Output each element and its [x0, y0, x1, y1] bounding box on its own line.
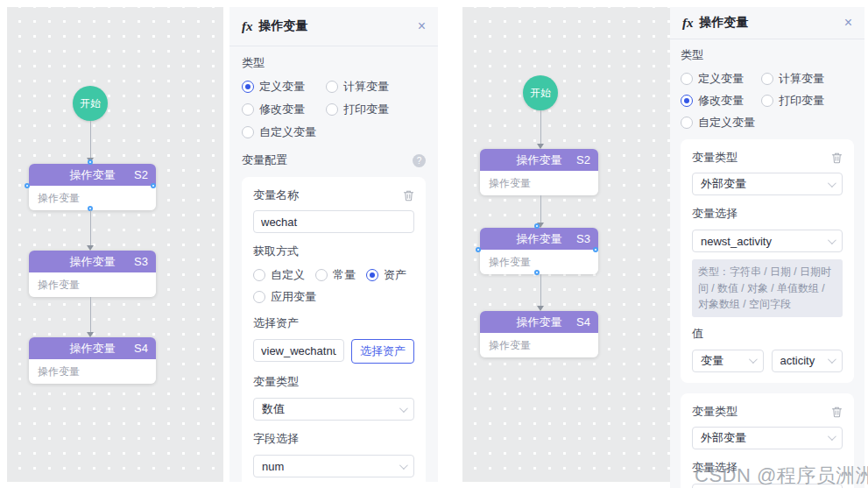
flow-node-tag: S3	[134, 251, 148, 272]
trash-icon[interactable]	[403, 189, 414, 202]
field-select[interactable]: num	[253, 455, 414, 477]
radio-icon	[242, 81, 254, 93]
name-label: 变量名称	[253, 187, 299, 203]
port-right[interactable]	[151, 183, 156, 188]
vartype-label: 变量类型	[253, 374, 414, 390]
start-node[interactable]: 开始	[73, 86, 108, 121]
radio-modify-variable[interactable]: 修改变量	[242, 102, 326, 117]
type-label: 类型	[681, 47, 854, 63]
select-value: 变量	[701, 353, 749, 369]
type-radio-group: 定义变量 计算变量 修改变量 打印变量 自定义变量	[681, 71, 854, 131]
radio-compute-variable[interactable]: 计算变量	[761, 71, 854, 87]
radio-custom[interactable]: 自定义	[253, 267, 305, 283]
radio-print-variable[interactable]: 打印变量	[761, 93, 854, 109]
flow-node-header: 操作变量 S4	[480, 311, 598, 333]
vartype-select[interactable]: 数值	[253, 398, 414, 421]
port-right[interactable]	[593, 247, 598, 252]
chevron-down-icon	[828, 179, 836, 187]
flow-edge	[90, 297, 91, 332]
properties-panel-left: fx 操作变量 × 类型 定义变量 计算变量 修改变量	[229, 7, 438, 482]
type-radio-group: 定义变量 计算变量 修改变量 打印变量 自定义变量	[242, 79, 426, 140]
radio-icon	[253, 291, 265, 303]
vartype-select[interactable]: 外部变量	[692, 427, 843, 449]
radio-icon	[681, 117, 693, 129]
port-top[interactable]	[534, 223, 540, 229]
flow-node-s2[interactable]: 操作变量 S2 操作变量	[29, 164, 156, 210]
fx-icon: fx	[242, 19, 253, 34]
radio-icon	[761, 95, 773, 107]
type-hint: 类型：字符串 / 日期 / 日期时间 / 数值 / 对象 / 单值数组 / 对象…	[692, 259, 843, 317]
panel-header: fx 操作变量 ×	[670, 7, 864, 39]
radio-custom-variable[interactable]: 自定义变量	[681, 115, 761, 131]
flow-node-s3[interactable]: 操作变量 S3 操作变量	[480, 228, 598, 274]
radio-custom-variable[interactable]: 自定义变量	[242, 124, 326, 140]
close-icon[interactable]: ×	[844, 16, 852, 30]
flow-node-tag: S3	[576, 228, 590, 250]
radio-define-variable[interactable]: 定义变量	[242, 79, 326, 95]
flow-node-s4[interactable]: 操作变量 S4 操作变量	[480, 311, 598, 357]
asset-input[interactable]	[253, 339, 344, 362]
radio-icon	[242, 126, 254, 138]
radio-icon	[681, 73, 693, 85]
help-icon[interactable]: ?	[413, 154, 426, 167]
flow-node-header: 操作变量 S2	[29, 164, 156, 186]
radio-modify-variable[interactable]: 修改变量	[681, 93, 761, 109]
close-icon[interactable]: ×	[418, 19, 426, 33]
radio-define-variable[interactable]: 定义变量	[681, 71, 761, 87]
flow-node-title: 操作变量	[70, 254, 116, 270]
radio-icon	[366, 269, 378, 281]
trash-icon[interactable]	[831, 152, 843, 164]
properties-panel-right: fx 操作变量 × 类型 定义变量 计算变量 修改变量	[670, 7, 864, 488]
radio-icon	[326, 103, 338, 116]
asset-label: 选择资产	[253, 315, 414, 331]
vartype-select[interactable]: 外部变量	[692, 173, 843, 195]
radio-app-variable[interactable]: 应用变量	[253, 289, 414, 305]
value-variable-select[interactable]: acticity	[772, 350, 843, 372]
radio-label: 计算变量	[779, 71, 824, 87]
port-bottom[interactable]	[534, 270, 540, 275]
radio-label: 定义变量	[259, 79, 305, 95]
flow-node-title: 操作变量	[517, 315, 562, 330]
flow-canvas-left[interactable]: 开始 操作变量 S2 操作变量 操作变量 S3 操作变量	[7, 7, 223, 482]
radio-icon	[315, 269, 328, 281]
trash-icon[interactable]	[831, 406, 843, 418]
variable-select-label: 变量选择	[692, 206, 843, 222]
value-kind-select[interactable]: 变量	[692, 350, 764, 372]
flow-node-s2[interactable]: 操作变量 S2 操作变量	[480, 149, 598, 195]
flow-edge	[540, 274, 541, 306]
variable-select[interactable]: newst_activity	[692, 230, 843, 252]
radio-asset[interactable]: 资产	[366, 267, 406, 283]
flow-node-header: 操作变量 S4	[29, 337, 156, 359]
flow-node-title: 操作变量	[70, 341, 116, 357]
value-label: 值	[692, 326, 843, 342]
page: 开始 操作变量 S2 操作变量 操作变量 S3 操作变量	[0, 0, 868, 495]
radio-label: 资产	[384, 267, 406, 283]
select-asset-button[interactable]: 选择资产	[351, 339, 414, 364]
port-left[interactable]	[25, 183, 30, 188]
flow-node-tag: S4	[576, 311, 590, 333]
flow-node-s4[interactable]: 操作变量 S4 操作变量	[29, 337, 156, 384]
variable-name-input[interactable]	[253, 210, 414, 233]
select-value: 外部变量	[701, 176, 828, 192]
start-node-label: 开始	[80, 96, 101, 111]
flow-node-header: 操作变量 S3	[29, 251, 156, 272]
radio-icon	[681, 95, 693, 107]
chevron-down-icon	[399, 461, 408, 470]
radio-constant[interactable]: 常量	[315, 267, 356, 283]
chevron-down-icon	[748, 355, 757, 364]
vartype-label: 变量类型	[692, 404, 737, 420]
chevron-down-icon	[828, 432, 836, 441]
flow-edge	[90, 210, 91, 245]
flow-canvas-right[interactable]: 开始 操作变量 S2 操作变量 操作变量 S3 操作变量	[462, 7, 670, 482]
start-node-label: 开始	[530, 86, 551, 101]
radio-icon	[253, 269, 265, 281]
radio-compute-variable[interactable]: 计算变量	[326, 79, 426, 95]
flow-node-s3[interactable]: 操作变量 S3 操作变量	[29, 251, 156, 297]
start-node[interactable]: 开始	[523, 75, 558, 110]
port-top[interactable]	[88, 159, 93, 165]
flow-node-header: 操作变量 S3	[480, 228, 598, 250]
port-left[interactable]	[476, 247, 481, 252]
radio-print-variable[interactable]: 打印变量	[326, 102, 426, 117]
select-value: newst_activity	[701, 235, 828, 248]
radio-label: 修改变量	[259, 102, 305, 117]
